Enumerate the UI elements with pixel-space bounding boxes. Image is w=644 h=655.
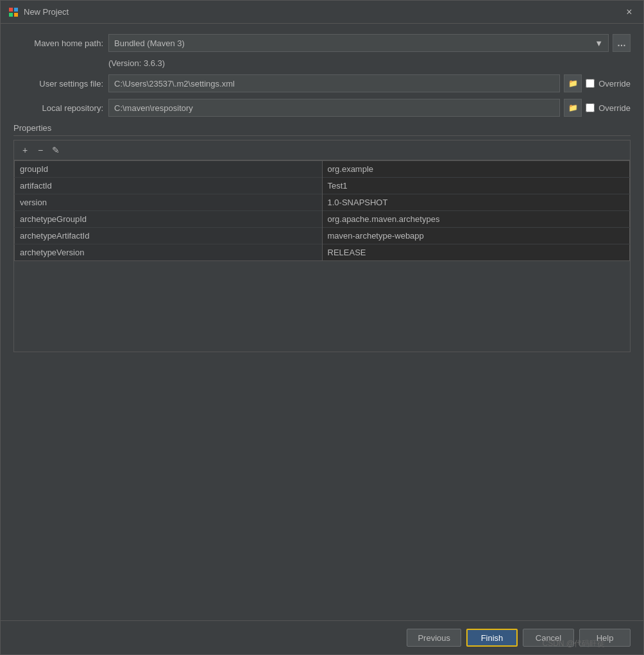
more-button[interactable]: …	[613, 34, 631, 52]
properties-section: Properties + − ✎ groupIdorg.exampleartif…	[13, 123, 631, 610]
table-row[interactable]: archetypeArtifactIdmaven-archetype-webap…	[15, 228, 630, 244]
table-row[interactable]: archetypeGroupIdorg.apache.maven.archety…	[15, 211, 630, 228]
user-settings-override-label: Override	[598, 79, 631, 89]
property-value: RELEASE	[322, 244, 630, 261]
property-value: Test1	[322, 178, 630, 194]
edit-property-button[interactable]: ✎	[49, 143, 63, 157]
version-text: (Version: 3.6.3)	[108, 58, 165, 68]
property-value: 1.0-SNAPSHOT	[322, 194, 630, 211]
properties-title: Properties	[13, 123, 631, 136]
version-row: (Version: 3.6.3)	[13, 58, 631, 68]
svg-rect-1	[14, 8, 18, 12]
app-icon	[8, 7, 19, 17]
user-settings-label: User settings file:	[13, 79, 103, 89]
folder-icon: 📁	[568, 79, 578, 88]
new-project-dialog: New Project × Maven home path: Bundled (…	[0, 0, 644, 655]
local-repo-override: Override	[586, 103, 631, 113]
property-value: org.example	[322, 161, 630, 178]
watermark: CSDN @代码旺徒	[542, 638, 605, 649]
property-value: org.apache.maven.archetypes	[322, 211, 630, 228]
user-settings-input[interactable]	[108, 74, 560, 92]
property-key: version	[15, 194, 323, 211]
title-bar: New Project ×	[1, 1, 643, 24]
close-button[interactable]: ×	[623, 6, 636, 19]
dialog-title: New Project	[24, 7, 69, 17]
svg-rect-0	[9, 8, 13, 12]
properties-table-wrapper: + − ✎ groupIdorg.exampleartifactIdTest1v…	[13, 140, 631, 352]
maven-home-input-container: Bundled (Maven 3) ▼ …	[108, 34, 631, 52]
property-key: artifactId	[15, 178, 323, 194]
maven-home-combo[interactable]: Bundled (Maven 3) ▼	[108, 34, 609, 52]
table-row[interactable]: artifactIdTest1	[15, 178, 630, 194]
maven-home-value: Bundled (Maven 3)	[114, 38, 185, 48]
folder-icon: 📁	[568, 103, 578, 112]
user-settings-browse-button[interactable]: 📁	[564, 74, 582, 92]
combo-arrow-icon: ▼	[595, 38, 603, 48]
remove-property-button[interactable]: −	[33, 143, 47, 157]
local-repo-override-label: Override	[598, 103, 631, 113]
local-repo-label: Local repository:	[13, 103, 103, 113]
table-row[interactable]: groupIdorg.example	[15, 161, 630, 178]
user-settings-row: User settings file: 📁 Override	[13, 74, 631, 92]
property-value: maven-archetype-webapp	[322, 228, 630, 244]
local-repo-override-checkbox[interactable]	[586, 103, 595, 112]
svg-rect-3	[14, 13, 18, 17]
maven-home-label: Maven home path:	[13, 38, 103, 48]
property-key: archetypeArtifactId	[15, 228, 323, 244]
user-settings-input-container: 📁 Override	[108, 74, 631, 92]
table-row[interactable]: archetypeVersionRELEASE	[15, 244, 630, 261]
local-repo-browse-button[interactable]: 📁	[564, 99, 582, 117]
table-row[interactable]: version1.0-SNAPSHOT	[15, 194, 630, 211]
add-property-button[interactable]: +	[18, 143, 32, 157]
local-repo-input[interactable]	[108, 99, 560, 117]
previous-button[interactable]: Previous	[407, 629, 461, 647]
properties-toolbar: + − ✎	[13, 140, 631, 160]
title-bar-left: New Project	[8, 7, 69, 17]
properties-table-container: groupIdorg.exampleartifactIdTest1version…	[13, 160, 631, 352]
property-key: archetypeGroupId	[15, 211, 323, 228]
footer: Previous Finish Cancel Help	[1, 620, 643, 654]
maven-home-row: Maven home path: Bundled (Maven 3) ▼ …	[13, 34, 631, 52]
user-settings-override-checkbox[interactable]	[586, 79, 595, 88]
dialog-content: Maven home path: Bundled (Maven 3) ▼ … (…	[1, 24, 643, 620]
properties-table: groupIdorg.exampleartifactIdTest1version…	[14, 160, 630, 261]
property-key: groupId	[15, 161, 323, 178]
user-settings-override: Override	[586, 79, 631, 89]
property-key: archetypeVersion	[15, 244, 323, 261]
local-repo-input-container: 📁 Override	[108, 99, 631, 117]
finish-button[interactable]: Finish	[466, 629, 518, 647]
svg-rect-2	[9, 13, 13, 17]
local-repo-row: Local repository: 📁 Override	[13, 99, 631, 117]
